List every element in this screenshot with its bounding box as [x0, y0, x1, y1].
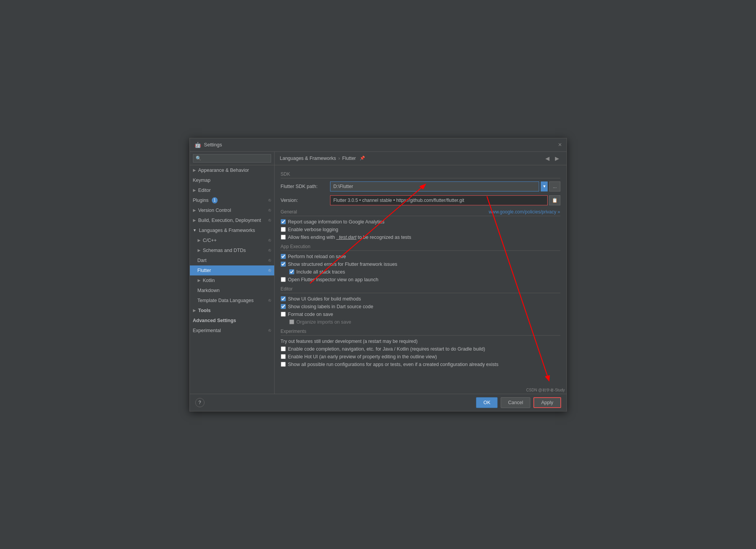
apply-button[interactable]: Apply	[533, 397, 561, 408]
flutter-icon: ⎋	[268, 267, 271, 274]
ui-guides-label: Show UI Guides for build methods	[288, 296, 361, 302]
expand-arrow: ▶	[198, 237, 201, 243]
closing-labels-label: Show closing labels in Dart source code	[288, 304, 374, 309]
dialog-body: ▶ Appearance & Behavior Keymap ▶ Editor …	[190, 152, 567, 394]
sidebar-item-kotlin[interactable]: ▶ Kotlin	[190, 275, 274, 285]
version-row: Version: 📋	[281, 195, 560, 205]
pin-icon: 📌	[360, 156, 365, 161]
sidebar-label: Version Control	[198, 207, 231, 214]
format-code-checkbox[interactable]	[281, 312, 286, 317]
sidebar-label: Editor	[198, 186, 211, 194]
content-area: SDK Flutter SDK path: ▼ ... Version: 📋	[275, 165, 567, 394]
sidebar-item-flutter[interactable]: Flutter ⎋	[190, 265, 274, 275]
sidebar-item-tools[interactable]: ▶ Tools	[190, 306, 274, 316]
vcs-icon: ⎋	[268, 207, 271, 214]
experiments-description: Try out features still under development…	[281, 339, 560, 344]
run-configs-label: Show all possible run configurations for…	[288, 362, 499, 367]
editor-item-1: Show closing labels in Dart source code	[281, 304, 560, 309]
nav-back-button[interactable]: ◀	[543, 154, 551, 162]
experiments-item-0: Enable code completion, navigation, etc.…	[281, 346, 560, 352]
sidebar-label: Keymap	[193, 176, 211, 184]
hot-ui-checkbox[interactable]	[281, 354, 286, 359]
version-input-wrap: 📋	[330, 195, 560, 205]
hot-reload-checkbox[interactable]	[281, 254, 286, 259]
sidebar-item-version-control[interactable]: ▶ Version Control ⎋	[190, 205, 274, 215]
sidebar-item-appearance[interactable]: ▶ Appearance & Behavior	[190, 165, 274, 175]
title-bar: 🤖 Settings ×	[190, 138, 567, 152]
closing-labels-checkbox[interactable]	[281, 304, 286, 309]
sdk-section-header: SDK	[281, 171, 560, 178]
test-dart-text: _test.dart	[336, 235, 356, 240]
dart-icon: ⎋	[268, 257, 271, 264]
test-files-checkbox[interactable]	[281, 235, 286, 240]
template-icon: ⎋	[268, 297, 271, 304]
flutter-inspector-checkbox[interactable]	[281, 277, 286, 282]
breadcrumb-bar: Languages & Frameworks › Flutter 📌 ◀ ▶	[275, 152, 567, 165]
sdk-browse-button[interactable]: ...	[549, 181, 560, 191]
sidebar-label: Tools	[198, 307, 211, 314]
build-icon: ⎋	[268, 217, 271, 224]
sync-icon: ⎋	[268, 197, 271, 204]
sidebar-item-keymap[interactable]: Keymap	[190, 175, 274, 185]
sidebar-label: Languages & Frameworks	[199, 227, 255, 234]
stack-traces-checkbox[interactable]	[289, 269, 294, 274]
close-button[interactable]: ×	[558, 141, 562, 148]
sdk-path-row: Flutter SDK path: ▼ ...	[281, 181, 560, 191]
code-completion-checkbox[interactable]	[281, 346, 286, 351]
expand-arrow: ▼	[193, 227, 197, 233]
sidebar-label: Experimental	[193, 327, 221, 334]
nav-forward-button[interactable]: ▶	[553, 154, 561, 162]
verbose-logging-checkbox[interactable]	[281, 227, 286, 232]
sdk-path-input-wrap: ▼ ...	[330, 181, 560, 191]
app-exec-item-3: Open Flutter Inspector view on app launc…	[281, 277, 560, 282]
copy-button[interactable]: 📋	[549, 195, 560, 205]
help-button[interactable]: ?	[195, 398, 205, 407]
sidebar-item-cpp[interactable]: ▶ C/C++ ⎋	[190, 235, 274, 245]
cancel-button[interactable]: Cancel	[501, 397, 530, 408]
expand-arrow: ▶	[193, 307, 196, 314]
hot-ui-label: Enable Hot UI (an early preview of prope…	[288, 354, 437, 359]
version-input	[330, 195, 548, 205]
editor-item-3: Organize imports on save	[281, 319, 560, 325]
footer: ? OK Cancel Apply	[190, 394, 567, 411]
sdk-path-input[interactable]	[330, 181, 540, 191]
sidebar-item-markdown[interactable]: Markdown	[190, 285, 274, 295]
sidebar-item-editor[interactable]: ▶ Editor	[190, 185, 274, 195]
sdk-path-label: Flutter SDK path:	[281, 184, 327, 189]
title-bar-left: 🤖 Settings	[194, 142, 222, 148]
expand-arrow: ▶	[198, 247, 201, 254]
sidebar-item-experimental[interactable]: Experimental ⎋	[190, 326, 274, 336]
organize-imports-checkbox[interactable]	[289, 319, 294, 324]
breadcrumb-part2: Flutter	[342, 156, 356, 161]
general-item-1: Enable verbose logging	[281, 227, 560, 232]
sidebar-item-dart[interactable]: Dart ⎋	[190, 255, 274, 265]
app-exec-item-2: Include all stack traces	[281, 269, 560, 275]
ok-button[interactable]: OK	[476, 397, 498, 408]
sidebar-label: Markdown	[198, 287, 220, 294]
structured-errors-checkbox[interactable]	[281, 262, 286, 267]
sidebar-label: Flutter	[198, 267, 211, 274]
cpp-icon: ⎋	[268, 237, 271, 244]
breadcrumb-separator: ›	[338, 156, 340, 161]
sidebar-item-advanced-settings[interactable]: Advanced Settings	[190, 316, 274, 326]
sidebar-item-build-exec[interactable]: ▶ Build, Execution, Deployment ⎋	[190, 215, 274, 225]
sidebar-label: C/C++	[203, 237, 217, 244]
sidebar-item-schemas[interactable]: ▶ Schemas and DTDs ⎋	[190, 245, 274, 255]
sidebar-label: Appearance & Behavior	[198, 166, 249, 174]
privacy-link[interactable]: www.google.com/policies/privacy »	[489, 209, 560, 215]
report-usage-checkbox[interactable]	[281, 219, 286, 224]
app-exec-item-0: Perform hot reload on save	[281, 254, 560, 259]
app-exec-item-1: Show structured errors for Flutter frame…	[281, 262, 560, 267]
sidebar-item-lang-frameworks[interactable]: ▼ Languages & Frameworks	[190, 225, 274, 235]
run-configs-checkbox[interactable]	[281, 362, 286, 367]
ui-guides-checkbox[interactable]	[281, 296, 286, 301]
organize-imports-label: Organize imports on save	[297, 319, 351, 325]
sdk-dropdown-button[interactable]: ▼	[541, 181, 548, 191]
sidebar-item-plugins[interactable]: Plugins 1 ⎋	[190, 195, 274, 205]
search-input[interactable]	[193, 154, 271, 163]
editor-item-2: Format code on save	[281, 312, 560, 317]
expand-arrow: ▶	[198, 277, 201, 284]
app-execution-header: App Execution	[281, 244, 560, 251]
android-icon: 🤖	[194, 142, 201, 148]
sidebar-item-template-data[interactable]: Template Data Languages ⎋	[190, 295, 274, 306]
